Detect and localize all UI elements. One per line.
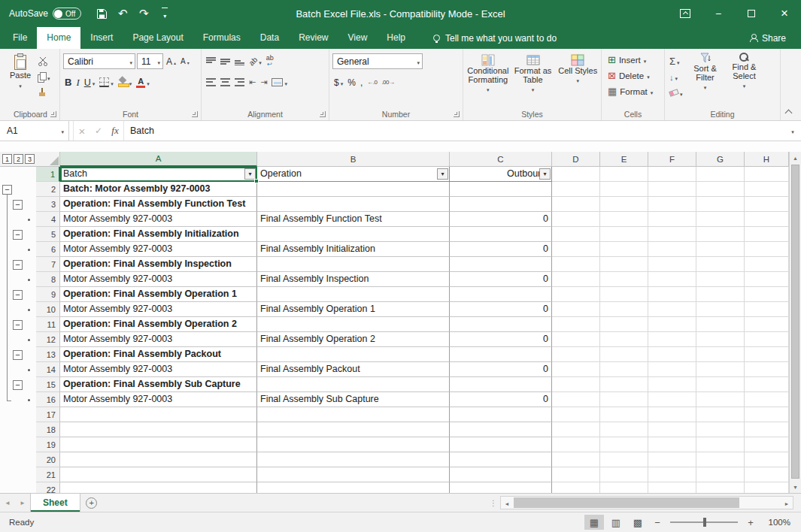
collapse-group-button[interactable]: [13, 290, 23, 300]
tab-page-layout[interactable]: Page Layout: [123, 27, 193, 49]
copy-button[interactable]: [36, 70, 52, 84]
cell-D1[interactable]: [552, 167, 600, 182]
cell-G14[interactable]: [696, 362, 745, 377]
cell-G16[interactable]: [696, 392, 745, 407]
number-format-combo[interactable]: General: [332, 53, 423, 69]
orientation-button[interactable]: ab: [247, 54, 263, 68]
cell-C11[interactable]: [450, 317, 552, 332]
cell-F7[interactable]: [648, 257, 696, 272]
name-box-dropdown-icon[interactable]: [61, 125, 64, 136]
page-break-view-button[interactable]: [628, 515, 648, 530]
row-header-16[interactable]: 16: [36, 392, 60, 407]
cell-A13[interactable]: Operation: Final Assembly Packout: [60, 347, 257, 362]
cancel-button[interactable]: [74, 121, 90, 141]
clear-button[interactable]: [668, 86, 684, 100]
cell-C6[interactable]: 0: [450, 242, 552, 257]
cell-F9[interactable]: [648, 287, 696, 302]
tab-review[interactable]: Review: [289, 27, 338, 49]
row-header-17[interactable]: 17: [36, 407, 60, 422]
insert-cells-button[interactable]: Insert: [605, 52, 663, 68]
cell-H13[interactable]: [745, 347, 789, 362]
redo-button[interactable]: [134, 4, 153, 23]
row-header-13[interactable]: 13: [36, 347, 60, 362]
row-header-21[interactable]: 21: [36, 467, 60, 482]
cell-D5[interactable]: [552, 227, 600, 242]
cell-A2[interactable]: Batch: Motor Assembly 927-0003: [60, 182, 257, 197]
cell-B4[interactable]: Final Assembly Function Test: [257, 212, 450, 227]
autosum-button[interactable]: Σ: [668, 54, 684, 68]
cell-A15[interactable]: Operation: Final Assembly Sub Capture: [60, 377, 257, 392]
tab-formulas[interactable]: Formulas: [193, 27, 250, 49]
cell-A12[interactable]: Motor Assembly 927-0003: [60, 332, 257, 347]
cell-C17[interactable]: [450, 407, 552, 422]
new-sheet-button[interactable]: [80, 494, 103, 512]
row-header-8[interactable]: 8: [36, 272, 60, 287]
cell-B2[interactable]: [257, 182, 450, 197]
cell-B5[interactable]: [257, 227, 450, 242]
cell-B7[interactable]: [257, 257, 450, 272]
outline-level-button-2[interactable]: 2: [14, 154, 23, 164]
vertical-scrollbar[interactable]: [789, 152, 801, 493]
cell-C1[interactable]: Outbound: [450, 167, 552, 182]
cell-E4[interactable]: [600, 212, 648, 227]
row-header-9[interactable]: 9: [36, 287, 60, 302]
cell-E10[interactable]: [600, 302, 648, 317]
cell-C2[interactable]: [450, 182, 552, 197]
cell-F6[interactable]: [648, 242, 696, 257]
outline-level-button-3[interactable]: 3: [25, 154, 35, 164]
column-header-D[interactable]: D: [552, 152, 600, 167]
cell-B13[interactable]: [257, 347, 450, 362]
scroll-down-button[interactable]: [790, 481, 801, 493]
cell-C14[interactable]: 0: [450, 362, 552, 377]
cell-G4[interactable]: [696, 212, 745, 227]
grow-font-button[interactable]: A: [165, 54, 177, 68]
underline-button[interactable]: U: [83, 75, 97, 89]
tab-view[interactable]: View: [338, 27, 378, 49]
row-header-22[interactable]: 22: [36, 482, 60, 493]
cell-D16[interactable]: [552, 392, 600, 407]
collapse-group-button[interactable]: [13, 230, 23, 240]
cell-A9[interactable]: Operation: Final Assembly Operation 1: [60, 287, 257, 302]
row-header-11[interactable]: 11: [36, 317, 60, 332]
cell-G19[interactable]: [696, 437, 745, 452]
zoom-slider-thumb[interactable]: [703, 518, 706, 527]
cell-B12[interactable]: Final Assembly Operation 2: [257, 332, 450, 347]
cell-B11[interactable]: [257, 317, 450, 332]
cell-B20[interactable]: [257, 452, 450, 467]
row-header-15[interactable]: 15: [36, 377, 60, 392]
cell-C15[interactable]: [450, 377, 552, 392]
cell-C22[interactable]: [450, 482, 552, 493]
cell-H10[interactable]: [745, 302, 789, 317]
zoom-out-button[interactable]: [650, 517, 665, 528]
cell-C18[interactable]: [450, 422, 552, 437]
column-header-B[interactable]: B: [257, 152, 450, 167]
cell-H22[interactable]: [745, 482, 789, 493]
cell-E11[interactable]: [600, 317, 648, 332]
share-button[interactable]: Share: [750, 27, 786, 49]
cell-G11[interactable]: [696, 317, 745, 332]
row-header-18[interactable]: 18: [36, 422, 60, 437]
cell-F8[interactable]: [648, 272, 696, 287]
save-button[interactable]: [92, 4, 111, 23]
cell-B18[interactable]: [257, 422, 450, 437]
cell-B10[interactable]: Final Assembly Operation 1: [257, 302, 450, 317]
cell-H12[interactable]: [745, 332, 789, 347]
cell-E9[interactable]: [600, 287, 648, 302]
cell-F14[interactable]: [648, 362, 696, 377]
cell-G17[interactable]: [696, 407, 745, 422]
cell-F1[interactable]: [648, 167, 696, 182]
column-header-E[interactable]: E: [600, 152, 648, 167]
cell-F21[interactable]: [648, 467, 696, 482]
cell-G5[interactable]: [696, 227, 745, 242]
cell-F10[interactable]: [648, 302, 696, 317]
alignment-dialog-launcher[interactable]: [320, 111, 326, 117]
vertical-scrollbar-thumb[interactable]: [791, 165, 799, 479]
column-header-G[interactable]: G: [696, 152, 745, 167]
fill-color-button[interactable]: [117, 75, 134, 89]
cell-D8[interactable]: [552, 272, 600, 287]
paste-button[interactable]: Paste: [5, 52, 36, 108]
cell-A20[interactable]: [60, 452, 257, 467]
cell-H4[interactable]: [745, 212, 789, 227]
cell-G1[interactable]: [696, 167, 745, 182]
horizontal-scrollbar[interactable]: [500, 496, 793, 509]
